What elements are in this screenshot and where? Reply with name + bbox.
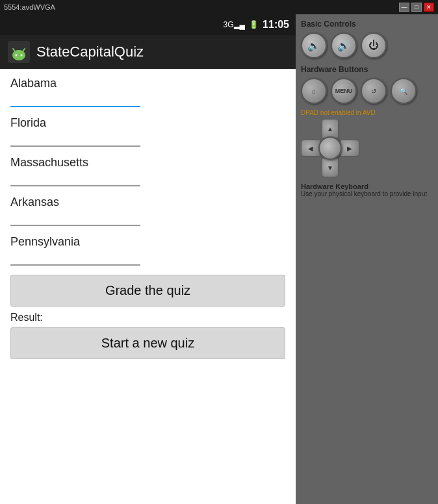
grade-quiz-button[interactable]: Grade the quiz xyxy=(10,275,285,307)
quiz-row-alabama: Alabama xyxy=(10,77,285,107)
dpad: ▲ ▼ ◀ ▶ xyxy=(301,119,359,177)
answer-input-arkansas[interactable] xyxy=(10,210,140,226)
hardware-buttons-title: Hardware Buttons xyxy=(301,65,433,74)
main-content: Alabama Florida Massachusetts Arkansas P… xyxy=(0,69,296,504)
maximize-button[interactable]: □ xyxy=(411,3,422,12)
svg-point-2 xyxy=(16,55,18,57)
minimize-button[interactable]: — xyxy=(399,3,409,12)
answer-input-massachusetts[interactable] xyxy=(10,171,140,186)
answer-input-florida[interactable] xyxy=(10,131,140,147)
state-label-alabama: Alabama xyxy=(10,77,285,90)
back-button[interactable]: ↺ xyxy=(361,78,387,104)
app-title-bar: StateCapitalQuiz xyxy=(0,35,296,69)
hardware-buttons-row: ⌂ MENU ↺ 🔍 xyxy=(301,78,433,104)
dpad-right-button[interactable]: ▶ xyxy=(340,140,359,157)
state-label-arkansas: Arkansas xyxy=(10,195,285,209)
hardware-keyboard-desc: Use your physical keyboard to provide in… xyxy=(301,190,433,197)
status-bar: 3G▂▄ 🔋 11:05 xyxy=(0,14,296,35)
battery-icon: 🔋 xyxy=(249,20,259,29)
dpad-label: DPAD not enabled in AVD xyxy=(301,109,433,116)
right-panel: Basic Controls 🔉 🔊 ⏻ Hardware Buttons ⌂ … xyxy=(296,14,438,504)
status-time: 11:05 xyxy=(263,19,289,31)
dpad-center-button[interactable] xyxy=(318,136,342,160)
volume-up-button[interactable]: 🔊 xyxy=(331,32,357,58)
quiz-row-pennsylvania: Pennsylvania xyxy=(10,235,285,266)
android-logo xyxy=(8,41,30,63)
basic-controls-title: Basic Controls xyxy=(301,19,433,29)
dpad-left-button[interactable]: ◀ xyxy=(301,140,320,157)
phone-frame: 3G▂▄ 🔋 11:05 StateCapitalQuiz Alabama Fl… xyxy=(0,14,296,504)
home-button[interactable]: ⌂ xyxy=(301,78,327,104)
quiz-row-arkansas: Arkansas xyxy=(10,195,285,226)
state-label-massachusetts: Massachusetts xyxy=(10,156,285,170)
new-quiz-button[interactable]: Start a new quiz xyxy=(10,327,285,359)
svg-point-3 xyxy=(21,55,23,57)
search-button[interactable]: 🔍 xyxy=(391,78,417,104)
answer-input-alabama[interactable] xyxy=(10,92,140,107)
window-controls[interactable]: — □ ✕ xyxy=(399,3,434,12)
dpad-up-button[interactable]: ▲ xyxy=(322,119,339,138)
quiz-row-florida: Florida xyxy=(10,116,285,147)
quiz-row-massachusetts: Massachusetts xyxy=(10,156,285,186)
dpad-down-button[interactable]: ▼ xyxy=(322,158,339,177)
basic-controls-row: 🔉 🔊 ⏻ xyxy=(301,32,433,58)
answer-input-pennsylvania[interactable] xyxy=(10,250,140,266)
window-title-bar: 5554:avdWVGA — □ ✕ xyxy=(0,0,438,14)
result-label: Result: xyxy=(10,312,285,323)
signal-icon: 3G▂▄ xyxy=(224,20,246,29)
app-title: StateCapitalQuiz xyxy=(36,44,144,60)
volume-down-button[interactable]: 🔉 xyxy=(301,32,327,58)
power-button[interactable]: ⏻ xyxy=(361,32,387,58)
close-button[interactable]: ✕ xyxy=(424,3,434,12)
window-title: 5554:avdWVGA xyxy=(4,3,55,11)
state-label-pennsylvania: Pennsylvania xyxy=(10,235,285,249)
state-label-florida: Florida xyxy=(10,116,285,130)
menu-button[interactable]: MENU xyxy=(331,78,357,104)
hardware-keyboard-title: Hardware Keyboard xyxy=(301,183,433,190)
